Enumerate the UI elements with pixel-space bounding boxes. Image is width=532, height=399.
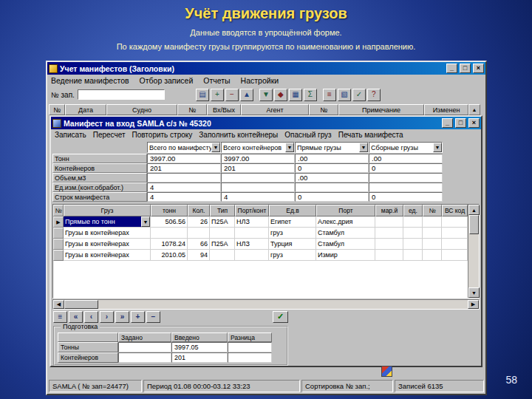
- confirm-button[interactable]: ✓: [273, 311, 288, 323]
- grid-cell: [423, 239, 442, 250]
- column-header[interactable]: №: [309, 104, 338, 115]
- summary-corner-spacer: [52, 142, 147, 153]
- grid-row[interactable]: Грузы в контейнерах груз Стамбул: [53, 228, 468, 239]
- cargo-type-select[interactable]: Прямые по тонн ▼: [64, 216, 151, 228]
- column-header[interactable]: Примечание: [338, 104, 424, 115]
- summary-value: 0: [369, 192, 443, 202]
- toolbar-button[interactable]: ?: [367, 89, 381, 101]
- toolbar-button[interactable]: ▦: [289, 89, 302, 101]
- page-number: 58: [505, 374, 517, 386]
- column-header[interactable]: Ед.в: [269, 205, 316, 216]
- toolbar-button[interactable]: −: [225, 89, 239, 101]
- status-sort-panel: Сортировка № зап.;: [301, 380, 393, 392]
- scroll-up-icon[interactable]: ▲: [468, 104, 480, 115]
- manifest-title-bar[interactable]: Манифест на вход SAMLA с/з № 45320 _ □ ×: [51, 117, 481, 129]
- toolbar-button[interactable]: ▧: [338, 89, 351, 101]
- summary-column-select[interactable]: Сборные грузы ▼: [369, 142, 443, 153]
- summary-column-select[interactable]: Прямые грузы ▼: [295, 142, 369, 153]
- toolbar-button[interactable]: ✓: [352, 89, 366, 101]
- horizontal-scrollbar[interactable]: ◀ ▶: [52, 299, 480, 310]
- scrollbar-track[interactable]: [468, 215, 479, 287]
- summary-value: 3997.00: [147, 154, 221, 163]
- scroll-right-button[interactable]: ▶: [468, 300, 479, 309]
- column-header[interactable]: Вх/Вых: [207, 104, 241, 115]
- maximize-button[interactable]: □: [460, 64, 471, 73]
- summary-column-select[interactable]: Всего контейнеров ▼: [221, 142, 295, 153]
- prev-record-button[interactable]: ‹: [84, 311, 98, 323]
- scrollbar-thumb[interactable]: [469, 215, 479, 234]
- column-header[interactable]: Агент: [241, 104, 309, 115]
- cargo-grid: № Груз тонн Кол. Тип Порт/конт Ед.в Порт…: [52, 204, 480, 299]
- manifest-close-button[interactable]: ×: [468, 118, 480, 128]
- summary-value: .00: [295, 154, 369, 163]
- menu-vedenie-manifestov[interactable]: Ведение манифестов: [51, 76, 129, 85]
- scrollbar-thumb[interactable]: [64, 300, 98, 309]
- vertical-scrollbar[interactable]: ▲ ▼: [468, 205, 479, 298]
- column-header[interactable]: ед.: [403, 205, 423, 216]
- main-title-bar[interactable]: Учет манифестов (Заголовки) _ □ ×: [47, 62, 485, 75]
- summary-column-select[interactable]: Всего по манифесту ▼: [147, 142, 221, 153]
- column-header[interactable]: Порт: [316, 205, 375, 216]
- column-header[interactable]: ВС код: [442, 205, 468, 216]
- toolbar-button[interactable]: +: [211, 89, 224, 101]
- toolbar-button[interactable]: ◆: [274, 89, 287, 101]
- column-header[interactable]: №: [423, 205, 442, 216]
- chevron-down-icon[interactable]: ▼: [359, 143, 368, 152]
- column-header[interactable]: №: [49, 104, 65, 115]
- menu-otbor-zapisey[interactable]: Отбор записей: [140, 76, 194, 85]
- first-record-button[interactable]: «: [69, 311, 83, 323]
- chevron-down-icon[interactable]: ▼: [211, 143, 220, 152]
- column-header[interactable]: №: [177, 104, 207, 115]
- menu-zapisat[interactable]: Записать: [55, 131, 86, 139]
- summary-row: Объем,м3 .00: [52, 173, 480, 183]
- column-header[interactable]: тонн: [151, 205, 188, 216]
- menu-opasny-gruz[interactable]: Опасный груз: [284, 131, 332, 139]
- next-record-button[interactable]: ›: [100, 311, 114, 323]
- record-number-input[interactable]: [78, 89, 165, 100]
- menu-nastroyki[interactable]: Настройки: [241, 76, 279, 85]
- summary-value: [369, 173, 443, 183]
- chevron-down-icon[interactable]: ▼: [433, 143, 442, 152]
- scroll-up-button[interactable]: ▲: [468, 205, 480, 215]
- chevron-down-icon[interactable]: ▼: [141, 216, 150, 227]
- delete-record-button[interactable]: −: [146, 311, 160, 323]
- menu-zapolnit-konteynery[interactable]: Заполнить контейнеры: [199, 131, 278, 139]
- toolbar-button[interactable]: ▼: [259, 89, 273, 101]
- chevron-down-icon[interactable]: ▼: [285, 143, 294, 152]
- grid-cell: Стамбул: [316, 228, 375, 239]
- column-header[interactable]: Судно: [106, 104, 177, 115]
- grid-empty-area: [53, 261, 468, 298]
- list-button[interactable]: ≡: [53, 311, 67, 323]
- grid-cell: [375, 216, 403, 228]
- menu-pereschet[interactable]: Пересчет: [93, 131, 126, 139]
- scroll-down-button[interactable]: ▼: [468, 287, 480, 298]
- manifest-minimize-button[interactable]: _: [442, 118, 453, 128]
- menu-otchety[interactable]: Отчеты: [203, 76, 230, 85]
- column-header[interactable]: Дата: [65, 104, 106, 115]
- close-button[interactable]: ×: [473, 64, 484, 73]
- menu-pechat-manifesta[interactable]: Печать манифеста: [338, 131, 403, 139]
- manifest-maximize-button[interactable]: □: [455, 118, 466, 128]
- column-header[interactable]: Тип: [210, 205, 235, 216]
- summary-value: 0: [295, 192, 369, 202]
- insert-record-button[interactable]: +: [131, 311, 145, 323]
- grid-row[interactable]: Грузы в контейнерах 2010.05 94 груз Изми…: [53, 250, 468, 261]
- column-header[interactable]: Порт/конт: [235, 205, 269, 216]
- grid-row[interactable]: ▶ Прямые по тонн ▼ 506.56 26 П25А НЛЗ Ег…: [53, 216, 468, 228]
- column-header[interactable]: Изменен: [424, 104, 468, 115]
- grid-cell: [423, 250, 442, 261]
- minimize-button[interactable]: _: [446, 64, 457, 73]
- menu-povtorit-stroku[interactable]: Повторить строку: [132, 131, 193, 139]
- last-record-button[interactable]: »: [115, 311, 129, 323]
- column-header[interactable]: мар.й: [375, 205, 403, 216]
- column-header[interactable]: Груз: [64, 205, 151, 216]
- grid-row[interactable]: Грузы в контейнерах 1078.24 66 П25А НЛЗ …: [53, 239, 468, 250]
- toolbar-button[interactable]: ≡: [323, 89, 336, 101]
- scrollbar-track[interactable]: [98, 300, 468, 309]
- toolbar-button[interactable]: ▤: [196, 89, 209, 101]
- column-header[interactable]: №: [53, 205, 64, 216]
- scroll-left-button[interactable]: ◀: [53, 300, 64, 309]
- toolbar-button[interactable]: ▲: [240, 89, 253, 101]
- column-header[interactable]: Кол.: [188, 205, 210, 216]
- toolbar-button[interactable]: Σ: [304, 89, 317, 101]
